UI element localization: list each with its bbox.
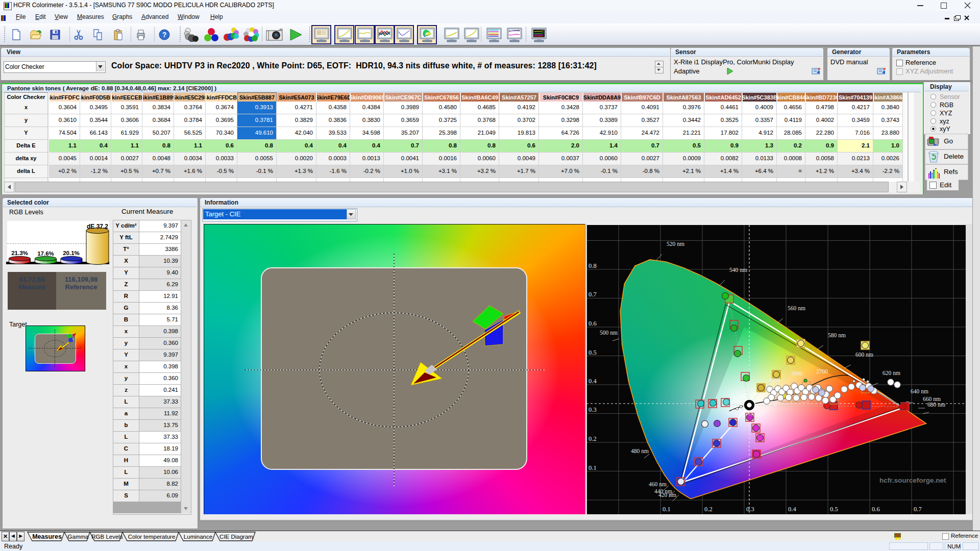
svg-text:0.4: 0.4	[788, 506, 796, 513]
svg-text:0.5: 0.5	[830, 506, 838, 513]
svg-text:0.6: 0.6	[589, 320, 597, 327]
svg-text:RGB Levels: RGB Levels	[91, 534, 123, 540]
svg-text:0.2: 0.2	[704, 506, 713, 513]
svg-text:460 nm: 460 nm	[649, 481, 667, 487]
svg-text:0.3: 0.3	[589, 406, 597, 413]
svg-text:680 nm: 680 nm	[927, 402, 945, 408]
svg-text:0.2: 0.2	[589, 435, 597, 442]
svg-text:hcfr.sourceforge.net: hcfr.sourceforge.net	[879, 477, 946, 484]
svg-text:Gamma: Gamma	[68, 534, 89, 540]
svg-text:0.3: 0.3	[746, 506, 754, 513]
svg-text:0.1: 0.1	[663, 506, 671, 513]
svg-text:0.8: 0.8	[589, 262, 597, 269]
svg-text:0.7: 0.7	[589, 291, 597, 298]
svg-text:C: C	[748, 410, 752, 416]
svg-text:0.5: 0.5	[589, 349, 597, 356]
svg-text:0.1: 0.1	[589, 464, 597, 471]
svg-text:CIE Diagram: CIE Diagram	[219, 534, 253, 540]
svg-text:620 nm: 620 nm	[883, 370, 900, 376]
svg-text:540 nm: 540 nm	[729, 267, 747, 273]
svg-text:0.4: 0.4	[589, 378, 597, 385]
svg-text:560 nm: 560 nm	[788, 305, 805, 311]
svg-text:9300: 9300	[727, 408, 739, 414]
svg-text:600 nm: 600 nm	[855, 352, 873, 358]
svg-text:?: ?	[162, 31, 167, 39]
svg-text:3000: 3000	[791, 370, 802, 377]
svg-text:2700: 2700	[816, 368, 828, 374]
svg-text:580 nm: 580 nm	[828, 332, 846, 338]
svg-text:500 nm: 500 nm	[600, 330, 618, 336]
svg-text:420 nm: 420 nm	[658, 492, 676, 498]
svg-text:640 nm: 640 nm	[911, 388, 928, 394]
svg-text:Measures: Measures	[32, 533, 62, 540]
svg-text:Color temperature: Color temperature	[128, 534, 176, 540]
svg-text:520 nm: 520 nm	[667, 241, 684, 247]
svg-text:480 nm: 480 nm	[631, 448, 649, 454]
svg-text:E: E	[774, 401, 777, 407]
svg-text:4000: 4000	[769, 377, 780, 383]
svg-text:0.7: 0.7	[914, 506, 922, 513]
svg-text:Luminance: Luminance	[184, 534, 212, 540]
svg-text:0.6: 0.6	[872, 506, 880, 513]
svg-text:5500: 5500	[740, 388, 751, 394]
